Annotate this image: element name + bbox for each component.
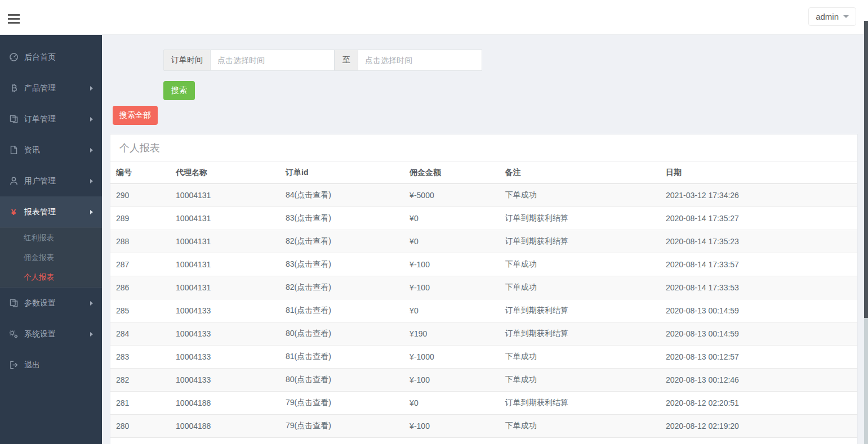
- cell-order-id[interactable]: 78(点击查看): [280, 438, 404, 444]
- date-from-input[interactable]: [211, 50, 335, 71]
- cell-remark: 订单到期获利结算: [500, 207, 660, 230]
- cell-date: 2020-08-13 00:14:59: [660, 322, 857, 346]
- cell-commission: ¥-100: [404, 415, 500, 438]
- cell-order-id[interactable]: 81(点击查看): [280, 299, 404, 322]
- report-table: 编号代理名称订单id佣金金额备注日期2901000413184(点击查看)¥-5…: [110, 162, 857, 444]
- to-label: 至: [335, 50, 358, 71]
- cell-number: 279: [110, 438, 170, 444]
- cell-number: 282: [110, 369, 170, 392]
- files-icon: [8, 114, 19, 124]
- cell-order-id[interactable]: 82(点击查看): [280, 276, 404, 299]
- table-row: 2881000413182(点击查看)¥0订单到期获利结算2020-08-14 …: [110, 230, 857, 253]
- files-icon: [8, 298, 19, 308]
- cell-date: 2020-08-13 00:12:57: [660, 346, 857, 369]
- cell-order-id[interactable]: 79(点击查看): [280, 415, 404, 438]
- cell-number: 286: [110, 276, 170, 299]
- cell-date: 2020-08-14 17:33:57: [660, 253, 857, 276]
- cell-date: 2021-03-12 17:34:26: [660, 184, 857, 207]
- sidebar-item-5[interactable]: ¥报表管理: [0, 196, 102, 227]
- sidebar-item-label: 报表管理: [24, 207, 90, 217]
- chevron-right-icon: [90, 332, 93, 337]
- sidebar-item-3[interactable]: 资讯: [0, 134, 102, 165]
- table-row: 2851000413381(点击查看)¥0订单到期获利结算2020-08-13 …: [110, 299, 857, 322]
- cell-date: 2020-08-13 00:14:59: [660, 299, 857, 322]
- chevron-right-icon: [90, 210, 93, 214]
- search-all-button[interactable]: 搜索全部: [113, 106, 158, 125]
- sidebar-item-7[interactable]: 系统设置: [0, 319, 102, 349]
- sidebar-item-6[interactable]: 参数设置: [0, 288, 102, 319]
- cell-order-id[interactable]: 80(点击查看): [280, 369, 404, 392]
- sidebar-item-8[interactable]: 退出: [0, 349, 102, 380]
- cell-order-id[interactable]: 80(点击查看): [280, 322, 404, 346]
- cell-remark: 下单成功: [500, 276, 660, 299]
- sidebar-item-label: 退出: [24, 360, 93, 370]
- cell-order-id[interactable]: 82(点击查看): [280, 230, 404, 253]
- cell-agent-name: 10004131: [170, 184, 280, 207]
- cell-commission: ¥-100: [404, 276, 500, 299]
- cell-agent-name: 10004131: [170, 207, 280, 230]
- cell-commission: ¥0: [404, 230, 500, 253]
- cell-number: 290: [110, 184, 170, 207]
- sidebar-subitem[interactable]: 红利报表: [0, 228, 102, 248]
- table-row: 2801000418879(点击查看)¥-100下单成功2020-08-12 0…: [110, 415, 857, 438]
- cell-date: 2020-08-12 02:19:20: [660, 415, 857, 438]
- date-to-input[interactable]: [358, 50, 482, 71]
- table-row: 2831000413381(点击查看)¥-1000下单成功2020-08-13 …: [110, 346, 857, 369]
- sidebar-item-label: 产品管理: [24, 83, 90, 93]
- topbar: admin: [0, 0, 868, 35]
- table-row: 2841000413380(点击查看)¥190订单到期获利结算2020-08-1…: [110, 322, 857, 346]
- cell-order-id[interactable]: 81(点击查看): [280, 346, 404, 369]
- sidebar-item-1[interactable]: 产品管理: [0, 73, 102, 104]
- vertical-scrollbar-track[interactable]: [864, 318, 868, 444]
- cell-number: 287: [110, 253, 170, 276]
- report-title: 个人报表: [110, 134, 857, 162]
- cell-date: 2020-08-14 17:33:53: [660, 276, 857, 299]
- cell-order-id[interactable]: 83(点击查看): [280, 253, 404, 276]
- column-header: 佣金金额: [404, 162, 500, 184]
- admin-username: admin: [816, 12, 839, 21]
- cell-agent-name: 10004188: [170, 438, 280, 444]
- sidebar-subitem[interactable]: 个人报表: [0, 267, 102, 287]
- main-content: 订单时间 至 搜索 搜索全部 个人报表 编号代理名称订单id佣金金额备注日期29…: [102, 35, 868, 444]
- search-button[interactable]: 搜索: [163, 81, 195, 100]
- cell-order-id[interactable]: 84(点击查看): [280, 184, 404, 207]
- cell-agent-name: 10004133: [170, 322, 280, 346]
- column-header: 备注: [500, 162, 660, 184]
- caret-down-icon: [843, 15, 849, 18]
- cell-date: 2020-08-12 02:15:56: [660, 438, 857, 444]
- cell-agent-name: 10004133: [170, 346, 280, 369]
- column-header: 代理名称: [170, 162, 280, 184]
- cell-order-id[interactable]: 83(点击查看): [280, 207, 404, 230]
- column-header: 编号: [110, 162, 170, 184]
- cell-agent-name: 10004131: [170, 230, 280, 253]
- column-header: 日期: [660, 162, 857, 184]
- sidebar-item-2[interactable]: 订单管理: [0, 104, 102, 134]
- cell-date: 2020-08-14 17:35:27: [660, 207, 857, 230]
- sidebar-item-0[interactable]: 后台首页: [0, 42, 102, 73]
- vertical-scrollbar-thumb[interactable]: [864, 21, 868, 318]
- sidebar-item-label: 系统设置: [24, 329, 90, 339]
- table-row: 2891000413183(点击查看)¥0订单到期获利结算2020-08-14 …: [110, 207, 857, 230]
- cell-order-id[interactable]: 79(点击查看): [280, 392, 404, 415]
- cell-remark: 订单到期获利结算: [500, 438, 660, 444]
- chevron-right-icon: [90, 179, 93, 183]
- cell-date: 2020-08-13 00:12:46: [660, 369, 857, 392]
- cell-number: 285: [110, 299, 170, 322]
- chevron-right-icon: [90, 148, 93, 153]
- cell-commission: ¥-100: [404, 369, 500, 392]
- sidebar-item-4[interactable]: 用户管理: [0, 165, 102, 196]
- user-icon: [8, 176, 19, 186]
- sidebar-item-label: 订单管理: [24, 114, 90, 124]
- cell-remark: 订单到期获利结算: [500, 322, 660, 346]
- cell-commission: ¥190: [404, 322, 500, 346]
- cell-commission: ¥0: [404, 392, 500, 415]
- sidebar-subitem[interactable]: 佣金报表: [0, 248, 102, 267]
- table-row: 2871000413183(点击查看)¥-100下单成功2020-08-14 1…: [110, 253, 857, 276]
- cell-date: 2020-08-12 02:20:51: [660, 392, 857, 415]
- hamburger-menu-icon[interactable]: [8, 14, 20, 24]
- order-time-label: 订单时间: [163, 50, 211, 71]
- admin-dropdown[interactable]: admin: [808, 7, 856, 26]
- cell-remark: 下单成功: [500, 415, 660, 438]
- sidebar-submenu: 红利报表佣金报表个人报表: [0, 227, 102, 288]
- column-header: 订单id: [280, 162, 404, 184]
